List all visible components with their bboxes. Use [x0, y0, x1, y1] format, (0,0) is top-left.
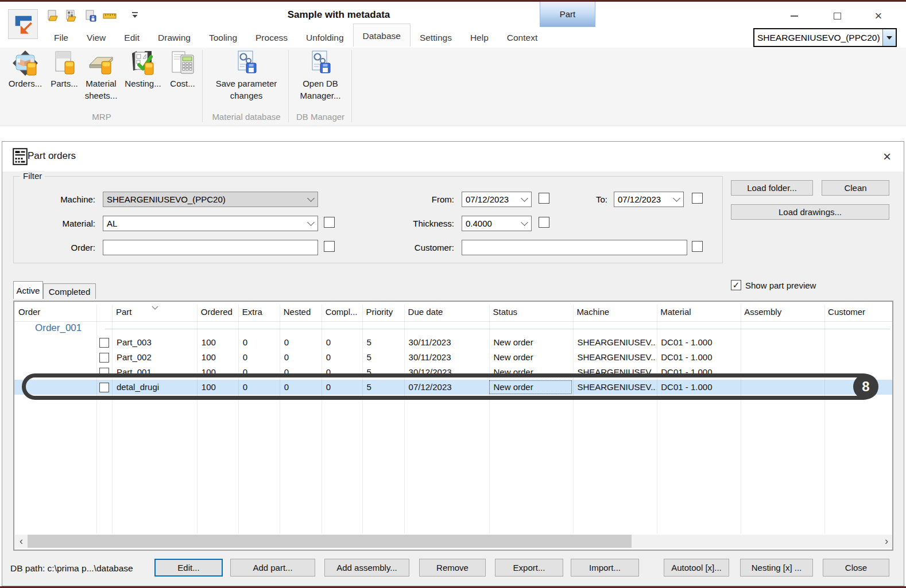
to-date-checkbox[interactable]: [692, 193, 703, 204]
open-db-manager-button[interactable]: Open DB Manager...: [292, 50, 349, 102]
column-header-status[interactable]: Status: [489, 307, 572, 317]
scrollbar-thumb[interactable]: [28, 535, 632, 548]
scroll-right-arrow-icon[interactable]: ›: [880, 535, 893, 548]
customize-toolbar-icon[interactable]: [131, 11, 145, 25]
row-checkbox[interactable]: [99, 383, 109, 392]
chevron-down-icon[interactable]: [304, 198, 318, 201]
load-drawings-button[interactable]: Load drawings...: [731, 204, 889, 220]
order-group-row[interactable]: Order_001: [14, 321, 892, 335]
add-assembly-button[interactable]: Add assembly...: [324, 559, 409, 577]
close-button[interactable]: Close: [823, 559, 889, 577]
close-window-button[interactable]: ×: [866, 7, 890, 25]
open-nesting-icon[interactable]: [64, 9, 78, 23]
column-header-nested[interactable]: Nested: [280, 307, 322, 317]
dialog-close-button[interactable]: ×: [877, 149, 897, 165]
machine-selector-dropdown-button[interactable]: [882, 29, 896, 46]
column-header-due-date[interactable]: Due date: [404, 307, 489, 317]
menu-process[interactable]: Process: [246, 29, 297, 46]
column-header-compl-[interactable]: Compl...: [322, 307, 362, 317]
remove-button[interactable]: Remove: [419, 559, 486, 577]
machine-selector-combo[interactable]: SHEARGENIUSEVO_(PPC20): [753, 28, 897, 47]
machine-filter-combo[interactable]: SHEARGENIUSEVO_(PPC20): [103, 192, 318, 207]
menu-edit[interactable]: Edit: [115, 29, 149, 46]
column-header-material[interactable]: Material: [656, 307, 740, 317]
nesting-x-button[interactable]: Nesting [x] ...: [740, 559, 813, 577]
menu-settings[interactable]: Settings: [411, 29, 461, 46]
minimize-button[interactable]: [782, 7, 806, 25]
import-button[interactable]: Import...: [571, 559, 639, 577]
cell-priority: 5: [362, 350, 404, 365]
row-checkbox[interactable]: [99, 353, 109, 363]
scroll-left-arrow-icon[interactable]: ‹: [15, 535, 28, 548]
table-row[interactable]: Part_001100000530/12/2023New orderSHEARG…: [14, 365, 892, 380]
chevron-down-icon[interactable]: [517, 198, 531, 201]
from-date-checkbox[interactable]: [539, 193, 549, 204]
load-folder-button[interactable]: Load folder...: [731, 180, 813, 196]
open-icon[interactable]: [46, 9, 60, 23]
customer-filter-checkbox[interactable]: [692, 241, 703, 252]
column-header-assembly[interactable]: Assembly: [740, 307, 824, 317]
thickness-checkbox[interactable]: [539, 217, 549, 228]
dialog-title: Part orders: [28, 150, 76, 162]
cost-button[interactable]: Cost...: [165, 50, 200, 89]
edit-button[interactable]: Edit...: [154, 559, 223, 577]
parts-button[interactable]: Parts...: [48, 50, 80, 89]
material-sheets-label: Material sheets...: [85, 79, 118, 100]
material-sheets-icon: [88, 50, 114, 76]
table-row[interactable]: Part_003100000530/11/2023New orderSHEARG…: [14, 335, 892, 350]
to-date-combo[interactable]: 07/12/2023: [614, 192, 684, 207]
column-header-extra[interactable]: Extra: [238, 307, 280, 317]
menu-drawing[interactable]: Drawing: [149, 29, 200, 46]
tab-active[interactable]: Active: [13, 281, 43, 299]
tab-completed[interactable]: Completed: [43, 283, 96, 299]
cell-nested: 0: [280, 335, 322, 350]
ruler-icon[interactable]: [102, 9, 116, 23]
customer-filter-input[interactable]: [462, 240, 687, 255]
from-date-combo[interactable]: 07/12/2023: [462, 192, 532, 207]
menu-file[interactable]: File: [45, 29, 78, 46]
order-filter-input[interactable]: [103, 240, 318, 255]
clean-button[interactable]: Clean: [822, 180, 889, 196]
add-part-button[interactable]: Add part...: [230, 559, 315, 577]
table-row[interactable]: Part_002100000530/11/2023New orderSHEARG…: [14, 350, 892, 365]
chevron-down-icon[interactable]: [669, 198, 683, 201]
column-header-machine[interactable]: Machine: [572, 307, 656, 317]
cell-extra: 0: [238, 350, 280, 365]
chevron-down-icon[interactable]: [517, 222, 531, 225]
menu-database[interactable]: Database: [353, 24, 411, 46]
column-header-customer[interactable]: Customer: [824, 307, 892, 317]
row-checkbox[interactable]: [99, 338, 109, 348]
menu-help[interactable]: Help: [461, 29, 498, 46]
orders-button[interactable]: Orders...: [3, 50, 47, 89]
order-filter-checkbox[interactable]: [324, 241, 335, 252]
export-button[interactable]: Export...: [495, 559, 563, 577]
scrollbar-track[interactable]: [28, 535, 880, 548]
menu-tooling[interactable]: Tooling: [200, 29, 246, 46]
save-icon[interactable]: [84, 9, 98, 23]
show-part-preview-checkbox[interactable]: ✓: [731, 280, 741, 290]
row-checkbox[interactable]: [99, 368, 109, 377]
column-header-order[interactable]: Order: [14, 307, 96, 317]
material-filter-checkbox[interactable]: [324, 217, 335, 228]
parts-page-icon: [51, 50, 78, 76]
horizontal-scrollbar[interactable]: ‹ ›: [15, 535, 893, 548]
dialog-titlebar[interactable]: [2, 142, 904, 172]
menu-context[interactable]: Context: [498, 29, 547, 46]
material-filter-combo[interactable]: AL: [103, 216, 318, 231]
save-parameter-changes-button[interactable]: Save parameter changes: [207, 50, 286, 102]
cell-status: New order: [489, 380, 572, 395]
contextual-tab-part[interactable]: Part: [540, 2, 595, 27]
rows-container: Part_003100000530/11/2023New orderSHEARG…: [14, 335, 892, 395]
table-row[interactable]: detal_drugi100000507/12/2023New orderSHE…: [14, 380, 892, 395]
thickness-combo[interactable]: 0.4000: [462, 216, 532, 231]
autotool-x-button[interactable]: Autotool [x]...: [664, 559, 729, 577]
material-sheets-button[interactable]: Material sheets...: [80, 50, 122, 102]
column-header-priority[interactable]: Priority: [362, 307, 404, 317]
menu-view[interactable]: View: [78, 29, 115, 46]
chevron-down-icon[interactable]: [304, 222, 318, 225]
column-header-ordered[interactable]: Ordered: [197, 307, 238, 317]
app-logo[interactable]: [8, 9, 38, 39]
menu-unfolding[interactable]: Unfolding: [297, 29, 353, 46]
nesting-button[interactable]: Nesting...: [122, 50, 164, 89]
maximize-button[interactable]: [825, 7, 849, 25]
